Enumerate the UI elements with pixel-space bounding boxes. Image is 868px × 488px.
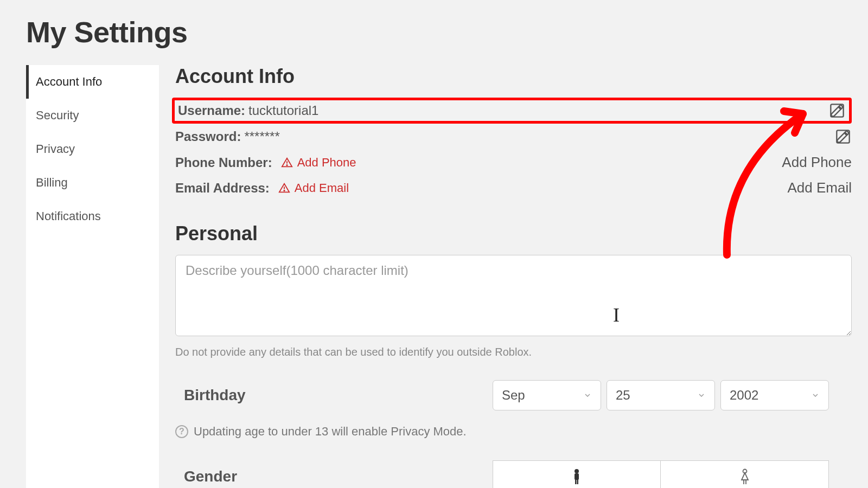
male-icon: [570, 468, 583, 485]
settings-sidebar: Account Info Security Privacy Billing No…: [26, 65, 159, 488]
content-layout: Account Info Security Privacy Billing No…: [0, 49, 868, 488]
edit-password-button[interactable]: [834, 128, 852, 145]
birthday-row: Birthday Sep 25 2002: [175, 380, 852, 410]
birthday-month-value: Sep: [502, 388, 525, 403]
phone-row: Phone Number: Add Phone Add Phone: [175, 150, 852, 175]
add-email-inline-link[interactable]: Add Email: [295, 181, 349, 195]
svg-point-3: [286, 164, 287, 165]
chevron-down-icon: [583, 391, 592, 400]
svg-point-5: [284, 190, 284, 190]
birthday-label: Birthday: [175, 387, 493, 404]
svg-rect-9: [577, 479, 579, 484]
birthday-day-select[interactable]: 25: [607, 380, 715, 410]
age-hint-text: Updating age to under 13 will enable Pri…: [194, 425, 467, 439]
female-icon: [738, 468, 752, 485]
sidebar-item-security[interactable]: Security: [26, 99, 159, 132]
svg-rect-7: [575, 473, 579, 480]
username-value: tucktutorial1: [248, 103, 318, 118]
describe-yourself-input[interactable]: [175, 255, 852, 336]
sidebar-item-account-info[interactable]: Account Info: [26, 65, 159, 99]
password-value: *******: [244, 129, 279, 144]
sidebar-item-billing[interactable]: Billing: [26, 166, 159, 200]
password-label: Password:: [175, 129, 241, 144]
gender-female-button[interactable]: [661, 460, 829, 488]
edit-icon: [828, 102, 846, 119]
warning-icon: [278, 182, 290, 194]
username-row: Username: tucktutorial1: [172, 98, 852, 124]
chevron-down-icon: [697, 391, 706, 400]
add-email-action[interactable]: Add Email: [788, 179, 852, 196]
help-icon[interactable]: ?: [175, 425, 188, 438]
page-title: My Settings: [0, 0, 868, 49]
email-row: Email Address: Add Email Add Email: [175, 175, 852, 201]
birthday-year-select[interactable]: 2002: [720, 380, 829, 410]
gender-male-button[interactable]: [493, 460, 661, 488]
svg-point-6: [575, 469, 579, 473]
add-phone-inline-link[interactable]: Add Phone: [297, 156, 356, 170]
main-content: Account Info Username: tucktutorial1 Pas…: [175, 65, 868, 488]
personal-heading: Personal: [175, 222, 852, 245]
warning-icon: [281, 157, 293, 169]
sidebar-item-notifications[interactable]: Notifications: [26, 200, 159, 233]
gender-label: Gender: [175, 468, 493, 485]
describe-hint: Do not provide any details that can be u…: [175, 346, 852, 358]
birthday-month-select[interactable]: Sep: [493, 380, 601, 410]
phone-label: Phone Number:: [175, 155, 272, 170]
birthday-day-value: 25: [616, 388, 630, 403]
svg-rect-8: [575, 479, 577, 484]
add-phone-action[interactable]: Add Phone: [782, 154, 852, 171]
username-label: Username:: [178, 103, 245, 118]
sidebar-item-privacy[interactable]: Privacy: [26, 132, 159, 166]
age-hint-row: ? Updating age to under 13 will enable P…: [175, 425, 852, 439]
birthday-year-value: 2002: [730, 388, 758, 403]
password-row: Password: *******: [175, 124, 852, 150]
chevron-down-icon: [811, 391, 820, 400]
email-label: Email Address:: [175, 181, 270, 196]
edit-icon: [834, 128, 852, 145]
gender-row: Gender: [175, 460, 852, 488]
edit-username-button[interactable]: [828, 102, 846, 119]
account-info-heading: Account Info: [175, 65, 852, 88]
